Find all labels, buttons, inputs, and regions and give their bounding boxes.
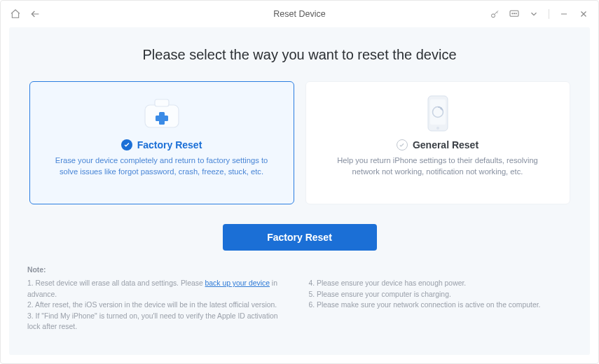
svg-rect-6 bbox=[155, 99, 169, 106]
card-description: Help you return iPhone settings to their… bbox=[329, 155, 546, 177]
card-general-reset[interactable]: General Reset Help you return iPhone set… bbox=[305, 81, 570, 204]
card-title: General Reset bbox=[413, 139, 478, 150]
svg-rect-8 bbox=[156, 115, 168, 121]
svg-point-2 bbox=[512, 13, 513, 14]
note-item: 4. Please ensure your device has enough … bbox=[309, 278, 572, 289]
svg-point-4 bbox=[516, 13, 516, 14]
home-icon[interactable] bbox=[9, 8, 22, 20]
app-window: Reset Device Please select the way you w… bbox=[0, 0, 599, 364]
notes-title: Note: bbox=[27, 266, 572, 274]
note-item: 5. Please ensure your computer is chargi… bbox=[309, 289, 572, 300]
card-factory-reset[interactable]: Factory Reset Erase your device complete… bbox=[29, 81, 294, 204]
page-heading: Please select the way you want to reset … bbox=[27, 47, 572, 63]
option-cards: Factory Reset Erase your device complete… bbox=[27, 81, 572, 204]
key-icon[interactable] bbox=[488, 8, 501, 20]
backup-link[interactable]: back up your device bbox=[205, 279, 270, 287]
back-icon[interactable] bbox=[29, 8, 41, 20]
note-item: 6. Please make sure your network connect… bbox=[309, 300, 572, 311]
separator bbox=[549, 9, 549, 19]
check-filled-icon bbox=[121, 139, 132, 150]
card-description: Erase your device completely and return … bbox=[53, 155, 270, 177]
svg-point-3 bbox=[514, 13, 514, 14]
svg-point-11 bbox=[436, 127, 439, 130]
note-item: 3. If "Find My iPhone" is turned on, you… bbox=[27, 311, 291, 332]
minimize-icon[interactable] bbox=[558, 8, 570, 20]
close-icon[interactable] bbox=[577, 8, 590, 20]
card-title: Factory Reset bbox=[137, 139, 202, 150]
feedback-icon[interactable] bbox=[508, 8, 521, 20]
titlebar: Reset Device bbox=[1, 1, 598, 27]
chevron-down-icon[interactable] bbox=[528, 8, 540, 20]
primary-action-button[interactable]: Factory Reset bbox=[223, 224, 377, 251]
content-area: Please select the way you want to reset … bbox=[9, 27, 590, 355]
notes-section: Note: 1. Reset device will erase all dat… bbox=[27, 266, 572, 332]
svg-point-0 bbox=[491, 13, 495, 17]
note-item: 2. After reset, the iOS version in the d… bbox=[27, 300, 291, 311]
phone-reset-icon bbox=[414, 93, 462, 134]
check-outline-icon bbox=[397, 139, 408, 150]
note-item: 1. Reset device will erase all data and … bbox=[27, 278, 291, 300]
medkit-icon bbox=[138, 93, 186, 134]
